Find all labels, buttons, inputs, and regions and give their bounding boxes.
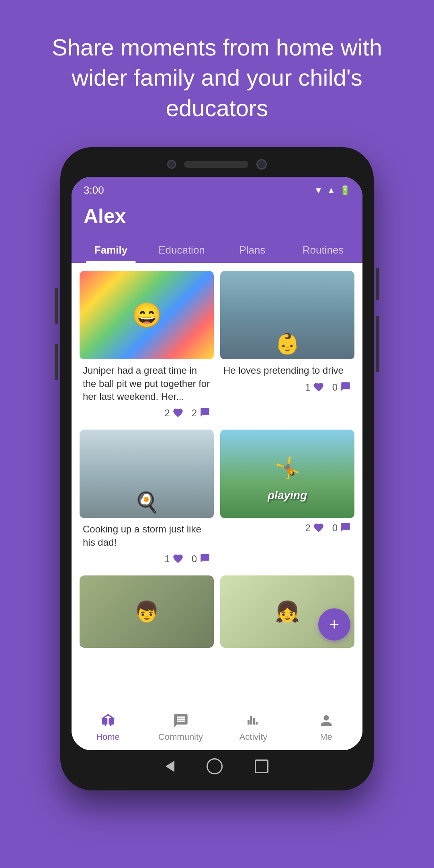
fab-add-button[interactable]: +	[318, 608, 350, 641]
tab-routines[interactable]: Routines	[288, 236, 358, 263]
comments-group-4[interactable]: 0	[332, 522, 351, 534]
post-card-1[interactable]: Juniper had a great time in the ball pit…	[80, 271, 214, 423]
svg-rect-1	[108, 718, 114, 725]
signal-icon: ▲	[327, 185, 336, 196]
phone-top-bar	[72, 159, 362, 170]
tab-education[interactable]: Education	[146, 236, 217, 263]
comment-icon-2[interactable]	[340, 381, 351, 393]
heart-icon-4[interactable]	[313, 522, 324, 534]
power-button	[376, 268, 379, 300]
phone-nav-bar	[72, 750, 362, 778]
heart-icon-2[interactable]	[313, 381, 324, 393]
phone-screen: 3:00 ▼ ▲ 🔋 Alex Family Education	[72, 177, 362, 750]
likes-count-3: 1	[164, 553, 170, 565]
likes-count-1: 2	[164, 407, 170, 419]
bottom-navigation: Home Community A	[72, 705, 362, 750]
nav-label-community: Community	[158, 732, 203, 742]
post-image-playing: playing	[220, 430, 354, 518]
nav-item-me[interactable]: Me	[290, 712, 362, 742]
likes-group-2[interactable]: 1	[305, 381, 324, 393]
activity-icon	[244, 712, 264, 729]
community-icon	[171, 712, 191, 729]
comments-group-2[interactable]: 0	[332, 381, 351, 393]
comments-count-2: 0	[332, 382, 338, 393]
tab-plans[interactable]: Plans	[217, 236, 288, 263]
post-image-ballpit	[80, 271, 214, 359]
comment-icon-3[interactable]	[199, 553, 211, 565]
earpiece-speaker	[184, 161, 248, 168]
volume-down-button	[55, 344, 58, 380]
post-actions-2: 1 0	[220, 377, 354, 397]
phone-shell: 3:00 ▼ ▲ 🔋 Alex Family Education	[60, 147, 374, 790]
battery-icon: 🔋	[340, 185, 350, 196]
post-card-4[interactable]: playing 2	[220, 430, 354, 569]
post-text-2: He loves pretending to drive	[220, 359, 354, 377]
fab-plus-icon: +	[330, 615, 340, 634]
nav-label-me: Me	[320, 732, 332, 742]
comments-count-1: 2	[192, 407, 197, 419]
heart-icon-1[interactable]	[172, 407, 184, 419]
nav-item-community[interactable]: Community	[144, 712, 217, 742]
status-bar: 3:00 ▼ ▲ 🔋	[72, 177, 362, 201]
status-time: 3:00	[84, 184, 104, 197]
heart-icon-3[interactable]	[172, 553, 184, 565]
status-icons: ▼ ▲ 🔋	[314, 185, 350, 196]
wifi-icon: ▼	[314, 185, 323, 196]
post-actions-4: 2 0	[220, 518, 354, 538]
likes-group-3[interactable]: 1	[164, 553, 183, 565]
phone-wrapper: 3:00 ▼ ▲ 🔋 Alex Family Education	[60, 147, 374, 790]
nav-label-activity: Activity	[240, 732, 268, 742]
hero-section: Share moments from home with wider famil…	[0, 0, 434, 147]
comment-icon-1[interactable]	[199, 407, 211, 419]
post-actions-1: 2 2	[80, 403, 214, 423]
app-header: Alex	[72, 201, 362, 236]
front-camera-primary	[256, 159, 267, 170]
content-area: Juniper had a great time in the ball pit…	[72, 263, 362, 705]
recents-button[interactable]	[255, 760, 268, 773]
front-camera-secondary	[167, 160, 176, 169]
post-actions-3: 1 0	[80, 549, 214, 569]
home-button[interactable]	[207, 758, 223, 774]
post-image-drive	[220, 271, 354, 359]
back-button[interactable]	[166, 761, 174, 772]
comments-count-3: 0	[192, 553, 197, 565]
comment-icon-4[interactable]	[340, 522, 351, 534]
nav-item-home[interactable]: Home	[72, 712, 144, 742]
me-icon	[316, 712, 336, 729]
post-image-cooking	[80, 430, 214, 518]
nav-item-activity[interactable]: Activity	[217, 712, 290, 742]
home-icon	[98, 712, 118, 729]
post-text-3: Cooking up a storm just like his dad!	[80, 518, 214, 549]
likes-count-2: 1	[305, 382, 310, 393]
app-title: Alex	[84, 205, 350, 236]
likes-group-4[interactable]: 2	[305, 522, 324, 534]
tab-bar: Family Education Plans Routines	[72, 236, 362, 263]
post-card-partial1[interactable]	[80, 575, 214, 648]
comments-group-1[interactable]: 2	[192, 407, 211, 419]
volume-up-button	[55, 288, 58, 324]
comments-count-4: 0	[332, 522, 338, 534]
comments-group-3[interactable]: 0	[192, 553, 211, 565]
likes-count-4: 2	[305, 522, 310, 534]
nav-label-home: Home	[96, 732, 120, 742]
posts-grid: Juniper had a great time in the ball pit…	[80, 271, 354, 648]
post-card-2[interactable]: He loves pretending to drive 1	[220, 271, 354, 423]
playing-label: playing	[268, 489, 307, 502]
likes-group-1[interactable]: 2	[164, 407, 183, 419]
svg-rect-0	[102, 718, 107, 725]
post-image-partial1	[80, 575, 214, 648]
hero-headline: Share moments from home with wider famil…	[24, 32, 410, 123]
tab-family[interactable]: Family	[76, 236, 146, 263]
post-card-3[interactable]: Cooking up a storm just like his dad! 1	[80, 430, 214, 569]
post-text-1: Juniper had a great time in the ball pit…	[80, 359, 214, 403]
volume-button-right	[376, 316, 379, 372]
